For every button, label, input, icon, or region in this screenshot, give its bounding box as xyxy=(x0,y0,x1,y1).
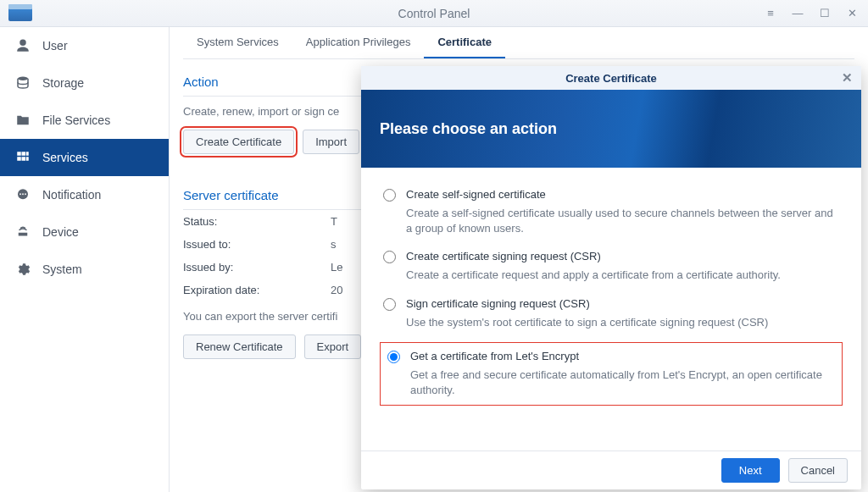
renew-certificate-button[interactable]: Renew Certificate xyxy=(183,334,296,359)
create-certificate-modal: Create Certificate ✕ Please choose an ac… xyxy=(361,66,861,489)
window-title: Control Panel xyxy=(398,7,470,20)
gear-icon xyxy=(14,262,32,277)
svg-rect-3 xyxy=(26,152,29,156)
sidebar-item-system[interactable]: System xyxy=(0,251,169,288)
svg-point-0 xyxy=(18,77,28,81)
modal-hero: Please choose an action xyxy=(361,90,861,168)
create-certificate-button[interactable]: Create Certificate xyxy=(183,130,294,154)
issued-by-label: Issued by: xyxy=(183,261,327,274)
svg-point-8 xyxy=(19,193,21,195)
export-certificate-button[interactable]: Export xyxy=(304,334,362,359)
import-certificate-button[interactable]: Import xyxy=(303,130,359,154)
window-close-icon[interactable]: ✕ xyxy=(841,6,863,21)
svg-rect-4 xyxy=(17,157,21,161)
svg-rect-6 xyxy=(26,157,29,161)
cancel-button[interactable]: Cancel xyxy=(788,458,848,483)
option-label: Sign certificate signing request (CSR) xyxy=(406,297,839,310)
radio-sign-csr[interactable] xyxy=(383,298,396,311)
sidebar-item-label: User xyxy=(42,39,68,53)
sidebar-item-label: System xyxy=(42,263,82,276)
sidebar-item-user[interactable]: User xyxy=(0,27,169,64)
folder-share-icon xyxy=(14,113,32,128)
sidebar-item-notification[interactable]: Notification xyxy=(0,176,169,213)
sidebar-item-label: Device xyxy=(42,225,79,239)
option-self-signed[interactable]: Create self-signed certificate Create a … xyxy=(380,181,843,243)
window-minimize-icon[interactable]: — xyxy=(787,6,809,21)
tab-system-services[interactable]: System Services xyxy=(183,27,292,58)
option-create-csr[interactable]: Create certificate signing request (CSR)… xyxy=(380,243,843,290)
sidebar-item-label: Storage xyxy=(42,76,84,90)
window-menu-icon[interactable]: ≡ xyxy=(760,6,782,21)
window-maximize-icon[interactable]: ☐ xyxy=(814,6,836,21)
sidebar-item-services[interactable]: Services xyxy=(0,139,169,176)
radio-self-signed[interactable] xyxy=(383,189,396,202)
sidebar-item-storage[interactable]: Storage xyxy=(0,64,169,102)
option-label: Get a certificate from Let's Encrypt xyxy=(410,350,835,362)
next-button[interactable]: Next xyxy=(721,458,780,483)
sidebar-item-file-services[interactable]: File Services xyxy=(0,102,169,139)
option-label: Create self-signed certificate xyxy=(406,188,839,201)
svg-rect-5 xyxy=(22,157,26,161)
radio-lets-encrypt[interactable] xyxy=(387,351,400,363)
status-label: Status: xyxy=(183,215,327,228)
sidebar-item-device[interactable]: Device xyxy=(0,213,169,251)
option-desc: Create a self-signed certificate usually… xyxy=(406,201,839,236)
modal-body: Create self-signed certificate Create a … xyxy=(361,168,861,451)
app-logo-icon xyxy=(8,6,32,21)
svg-point-10 xyxy=(25,193,26,195)
sidebar-item-label: Services xyxy=(42,151,88,164)
modal-titlebar: Create Certificate ✕ xyxy=(361,66,861,90)
option-label: Create certificate signing request (CSR) xyxy=(406,250,839,263)
option-desc: Use the system's root certificate to sig… xyxy=(406,310,839,330)
window-controls: ≡ — ☐ ✕ xyxy=(760,6,863,21)
option-desc: Create a certificate request and apply a… xyxy=(406,263,839,283)
window-titlebar: Control Panel ≡ — ☐ ✕ xyxy=(0,0,868,27)
option-sign-csr[interactable]: Sign certificate signing request (CSR) U… xyxy=(380,290,843,337)
chat-icon xyxy=(14,187,32,202)
issued-to-label: Issued to: xyxy=(183,238,327,251)
user-icon xyxy=(14,38,32,53)
tab-application-privileges[interactable]: Application Privileges xyxy=(292,27,425,58)
tab-certificate[interactable]: Certificate xyxy=(424,27,505,58)
modal-footer: Next Cancel xyxy=(361,451,861,489)
svg-rect-1 xyxy=(17,152,21,156)
option-desc: Get a free and secure certificate automa… xyxy=(410,362,835,398)
radio-create-csr[interactable] xyxy=(383,251,396,263)
modal-close-icon[interactable]: ✕ xyxy=(842,70,853,86)
sidebar: User Storage File Services Services Noti… xyxy=(0,27,170,492)
grid-icon xyxy=(14,150,32,165)
storage-icon xyxy=(14,75,32,91)
sidebar-item-label: Notification xyxy=(42,188,101,202)
svg-rect-2 xyxy=(22,152,26,156)
device-icon xyxy=(14,224,32,240)
modal-hero-text: Please choose an action xyxy=(380,120,557,138)
svg-point-9 xyxy=(22,193,24,195)
modal-title: Create Certificate xyxy=(565,72,657,85)
option-lets-encrypt[interactable]: Get a certificate from Let's Encrypt Get… xyxy=(380,342,843,406)
tabs: System Services Application Privileges C… xyxy=(183,27,854,59)
expiration-label: Expiration date: xyxy=(183,284,327,296)
sidebar-item-label: File Services xyxy=(42,113,110,127)
